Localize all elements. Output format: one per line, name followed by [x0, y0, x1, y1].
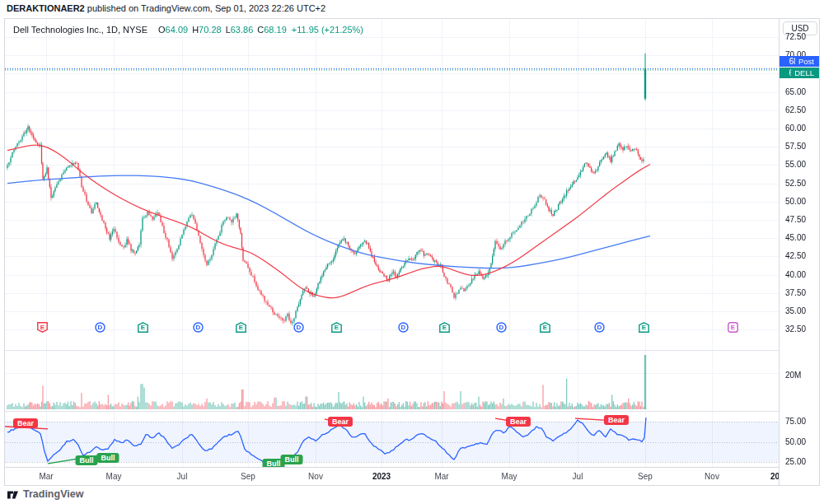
time-axis-label: May — [502, 472, 517, 481]
symbol-description: Dell Technologies Inc., 1D, NYSE — [13, 25, 147, 35]
time-axis-label: Jul — [573, 472, 583, 481]
rsi-axis-label: 50.00 — [785, 437, 806, 447]
earnings-marker[interactable]: E — [540, 322, 550, 333]
svg-text:D: D — [400, 324, 405, 331]
time-axis-label: Sep — [241, 472, 255, 481]
rsi-axis-label: 75.00 — [785, 417, 806, 427]
volume-axis-label: 20M — [785, 371, 801, 380]
dividend-marker[interactable]: D — [594, 322, 605, 333]
price-axis-label: 47.50 — [785, 215, 806, 225]
time-axis-label: May — [106, 472, 122, 481]
svg-text:E: E — [238, 324, 243, 331]
publisher-name: DERAKTIONAER2 — [7, 3, 85, 13]
svg-text:E: E — [730, 324, 735, 331]
open-value: 64.09 — [166, 25, 189, 35]
price-axis-label: 35.00 — [785, 306, 806, 316]
post-market-tag: Post — [795, 56, 817, 67]
low-value: 63.86 — [231, 25, 254, 35]
price-axis-label: 52.50 — [785, 179, 806, 189]
publish-info: published on TradingView.com, Sep 01, 20… — [85, 3, 325, 13]
svg-text:E: E — [442, 324, 447, 331]
chart-canvas[interactable] — [5, 19, 779, 467]
dividend-marker[interactable]: D — [293, 322, 304, 333]
chart-frame: EDEDEDEDEDEDEEBearBullBullBullBullBearBe… — [4, 18, 820, 486]
price-axis-label: 42.50 — [785, 251, 806, 261]
price-axis-label: 62.50 — [785, 105, 806, 115]
dividend-marker[interactable]: D — [95, 322, 105, 333]
dividend-marker[interactable]: D — [398, 322, 409, 333]
tradingview-snapshot: DERAKTIONAER2 published on TradingView.c… — [0, 0, 824, 504]
svg-text:D: D — [97, 324, 102, 331]
earnings-upcoming-marker[interactable]: E — [728, 322, 738, 333]
price-axis-label: 65.00 — [785, 87, 806, 97]
earnings-marker[interactable]: E — [331, 322, 342, 333]
svg-text:E: E — [40, 324, 44, 331]
tradingview-logo-icon — [7, 488, 19, 500]
earnings-marker[interactable]: E — [138, 322, 148, 333]
time-axis-label: Mar — [434, 472, 448, 481]
svg-text:D: D — [195, 324, 200, 331]
price-axis-label: 60.00 — [785, 124, 806, 133]
svg-text:D: D — [499, 324, 503, 331]
price-axis-label: 32.50 — [785, 324, 806, 334]
time-axis-label: Nov — [308, 472, 323, 481]
earnings-marker[interactable]: E — [639, 322, 649, 333]
earnings-marker[interactable]: E — [236, 322, 246, 333]
svg-text:E: E — [542, 324, 547, 331]
price-axis-label: 45.00 — [785, 233, 806, 243]
svg-text:D: D — [296, 324, 301, 331]
svg-text:E: E — [641, 324, 646, 331]
price-axis-label: 55.00 — [785, 160, 806, 170]
svg-text:D: D — [597, 324, 602, 331]
dividend-marker[interactable]: D — [496, 322, 507, 333]
price-axis[interactable]: USD 72.5070.0067.5065.0062.5060.0057.505… — [779, 19, 819, 485]
close-value: 68.19 — [264, 25, 287, 35]
time-axis-label: 2024 — [770, 472, 779, 481]
svg-text:E: E — [140, 324, 145, 331]
earnings-marker[interactable]: E — [37, 322, 48, 333]
high-label: H — [192, 25, 199, 35]
change-value: +11.95 (+21.25%) — [292, 25, 363, 35]
publish-header: DERAKTIONAER2 published on TradingView.c… — [7, 3, 325, 13]
time-axis-label: Sep — [638, 472, 653, 481]
open-label: O — [158, 25, 166, 35]
rsi-axis-label: 25.00 — [785, 457, 806, 467]
price-axis-label: 57.50 — [785, 142, 806, 152]
price-axis-label: 50.00 — [785, 197, 806, 207]
high-value: 70.28 — [199, 25, 222, 35]
svg-text:E: E — [334, 324, 339, 331]
price-axis-label: 72.50 — [785, 32, 806, 42]
symbol-legend: Dell Technologies Inc., 1D, NYSEO64.09H7… — [11, 24, 366, 35]
earnings-marker[interactable]: E — [439, 322, 450, 333]
price-axis-label: 37.50 — [785, 288, 806, 298]
price-axis-label: 40.00 — [785, 270, 806, 280]
time-axis-label: 2023 — [372, 472, 391, 481]
tradingview-logo-text: TradingView — [23, 488, 83, 500]
time-axis-label: Nov — [705, 472, 719, 481]
tradingview-footer[interactable]: TradingView — [7, 488, 83, 500]
symbol-tag: DELL — [791, 68, 817, 78]
time-axis[interactable]: MarMayJulSepNov2023MarMayJulSepNov2024 — [5, 467, 779, 485]
time-axis-label: Mar — [39, 472, 53, 481]
dividend-marker[interactable]: D — [193, 322, 204, 333]
time-axis-label: Jul — [177, 472, 188, 481]
